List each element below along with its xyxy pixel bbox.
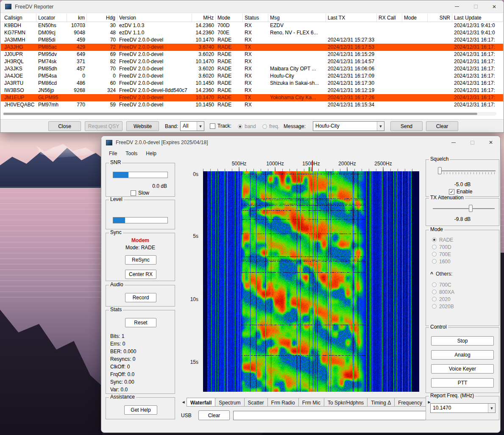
close-button[interactable]: Close [48,121,81,131]
column-header-rx-call[interactable]: RX Call [377,14,402,22]
reset-button[interactable]: Reset [125,318,156,327]
cell-snr [428,58,452,65]
freedv-titlebar[interactable]: FreeDV 2.0.0-devel [Expires 2025/04/18] … [101,136,500,149]
tab-frequency[interactable]: Frequency [395,398,426,407]
tab-spectrum[interactable]: Spectrum [215,398,244,407]
close-icon[interactable]: ✕ [482,136,500,149]
column-header-mode[interactable]: Mode [402,14,428,22]
table-row[interactable]: K9BDHEN50hs1070330ezDV 1.0.314.2360700DR… [1,22,503,29]
freq-label: 1000Hz [266,161,284,167]
table-row[interactable]: JH0VEQABCPM97mh77059FreeDV 2.0.0-devel10… [1,101,503,109]
horizontal-scrollbar[interactable] [3,112,496,116]
record-button[interactable]: Record [125,293,156,302]
table-row[interactable]: JH3RQLPM74sk37182FreeDV 2.0.0-devel10.14… [1,58,503,65]
request-qsy-button[interactable]: Request QSY [85,121,123,131]
dropdown-arrow-icon[interactable]: ▼ [377,122,384,131]
table-row[interactable]: JA3RTUPM86cd48660FreeDV 2.0.0-devel10.14… [1,80,503,87]
mode-option-1600[interactable]: 1600 [426,258,499,265]
website-button[interactable]: Website [126,121,159,131]
cell-hdg: 324 [87,87,117,94]
track-band-radio[interactable]: band [238,123,256,129]
menu-file[interactable]: File [105,149,121,158]
resync-button[interactable]: ReSync [125,255,156,265]
mode-option-2020b[interactable]: 2020B [426,303,499,310]
table-row[interactable]: IW3BSOJN56jp9268324FreeDV 2.0.0-devel-8d… [1,87,503,94]
table-row[interactable]: JA4JOEPM54sa00FreeDV 2.0.0-devel3.6020RA… [1,72,503,80]
column-header-mode[interactable]: Mode [216,14,243,22]
stat-resyncs: Resyncs: 0 [106,355,175,363]
report-freq-value: 10.1470 [431,404,488,413]
tab-frm-radio[interactable]: Frm Radio [268,398,299,407]
app-icon [5,4,11,9]
maximize-icon[interactable] [466,0,485,13]
tx-attenuation-slider[interactable] [433,204,495,214]
squelch-enable-checkbox[interactable]: ✓ Enable [449,189,472,195]
track-freq-radio[interactable]: freq. [262,123,279,129]
dropdown-arrow-icon[interactable]: ▼ [488,404,495,413]
sync-group-label: Sync [109,230,123,235]
tab-waterfall[interactable]: Waterfall [187,398,215,407]
menu-help[interactable]: Help [142,149,161,158]
voice-keyer-button[interactable]: Voice Keyer [431,364,494,374]
column-header-locator[interactable]: Locator [36,14,67,22]
mode-others-expander[interactable]: ^ Others: [430,271,452,277]
column-header-km[interactable]: km [67,14,87,22]
column-header-last-update[interactable]: Last Update [452,14,503,22]
minimize-icon[interactable] [444,136,463,149]
close-icon[interactable]: ✕ [485,0,504,13]
mode-option-700c[interactable]: 700C [426,281,499,288]
waterfall-clear-button[interactable]: Clear [198,410,230,420]
stop-button[interactable]: Stop [431,336,494,346]
column-header-callsign[interactable]: Callsign [3,14,36,22]
slider-thumb[interactable] [438,167,442,174]
ptt-button[interactable]: PTT [431,378,494,388]
column-header-hdg[interactable]: Hdg [87,14,117,22]
minimize-icon[interactable] [448,0,466,13]
table-row[interactable]: JA3MMHPM85di45970FreeDV 2.0.0-devel10.14… [1,36,503,44]
tab-to-spkr-hdphns[interactable]: To Spkr/Hdphns [324,398,368,407]
scrollbar-thumb[interactable] [3,113,477,115]
menu-tools[interactable]: Tools [121,149,142,158]
column-header-status[interactable]: Status [243,14,268,22]
column-header-snr[interactable]: SNR [428,14,452,22]
table-row[interactable]: JJ0UPRPM95dv64969FreeDV 2.0.0-devel3.602… [1,51,503,58]
clear-button[interactable]: Clear [426,121,458,131]
message-combobox[interactable]: Houfu-City ▼ [313,121,384,131]
table-row[interactable]: KG7FMNDM09cj904848ezDV 1.1.014.2360700ER… [1,29,503,36]
table-row[interactable]: JM1EUPGLPM95FreeDV 2.0.0-devel10.1470RAD… [1,94,503,101]
tab-timing[interactable]: Timing Δ [368,398,395,407]
status-text-field[interactable] [233,411,426,420]
mode-option-800xa[interactable]: 800XA [426,288,499,296]
mode-option-700d[interactable]: 700D [426,243,499,251]
table-row[interactable]: JA3JKSPM85dh45770FreeDV 2.0.0-devel3.602… [1,65,503,72]
track-checkbox[interactable]: Track: [210,123,231,129]
column-header-msg[interactable]: Msg [268,14,326,22]
column-header-version[interactable]: Version [117,14,192,22]
analog-button[interactable]: Analog [431,350,494,360]
cell-mode [402,29,428,36]
get-help-button[interactable]: Get Help [124,405,157,415]
mode-option-rade[interactable]: RADE [426,236,499,243]
dropdown-arrow-icon[interactable]: ▼ [197,122,204,131]
tab-frm-mic[interactable]: Frm Mic [299,398,324,407]
maximize-icon[interactable] [463,136,482,149]
cell-callsign: JM1EUP [3,94,36,101]
squelch-slider[interactable] [438,167,496,176]
report-freq-combobox[interactable]: 10.1470 ▼ [430,403,496,413]
tab-scatter[interactable]: Scatter [245,398,268,407]
table-row[interactable]: JA3JHGPM85ac42972FreeDV 2.0.0-devel3.674… [1,44,503,51]
reporter-titlebar[interactable]: FreeDV Reporter ✕ [0,0,504,13]
send-button[interactable]: Send [390,121,423,131]
cell-mode [402,101,428,109]
center-rx-button[interactable]: Center RX [125,270,156,279]
slider-thumb[interactable] [469,205,473,212]
band-select[interactable]: All ▼ [180,121,204,131]
column-header-mhz[interactable]: MHz [192,14,216,22]
tab-scroll-left-icon[interactable]: ◀ [180,398,187,407]
snr-slow-checkbox[interactable]: Slow [131,190,149,196]
level-gauge [113,217,168,223]
mode-option-700e[interactable]: 700E [426,251,499,258]
column-header-last-tx[interactable]: Last TX [326,14,377,22]
mode-option-2020[interactable]: 2020 [426,296,499,303]
waterfall-display[interactable] [203,171,419,392]
